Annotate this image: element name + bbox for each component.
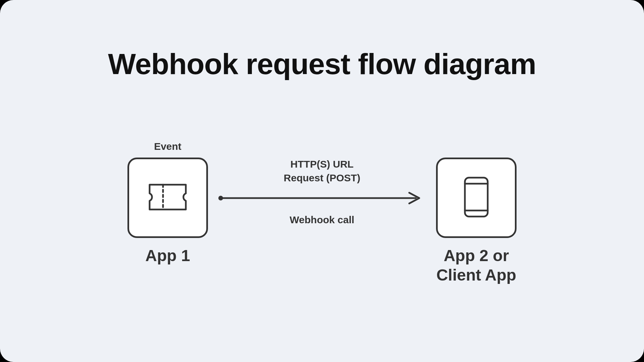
arrow-block: HTTP(S) URLRequest (POST) Webhook call (218, 141, 426, 226)
arrow-top-label: HTTP(S) URLRequest (POST) (284, 158, 360, 185)
diagram-title: Webhook request flow diagram (0, 47, 644, 81)
arrow-bottom-label: Webhook call (290, 214, 355, 226)
ticket-icon (148, 183, 188, 213)
source-caption: App 1 (145, 246, 190, 265)
diagram-canvas: Webhook request flow diagram Event App 1… (0, 0, 644, 362)
source-top-label: Event (154, 141, 181, 153)
arrow-right-icon (218, 191, 426, 205)
source-box (127, 158, 208, 238)
target-caption: App 2 orClient App (436, 246, 516, 285)
source-node: Event App 1 (127, 141, 208, 265)
target-box (436, 158, 517, 238)
flow-diagram: Event App 1 HTTP(S) URLRequest (POST) (0, 141, 644, 285)
target-node: App 2 orClient App (436, 141, 517, 285)
phone-icon (463, 176, 490, 220)
